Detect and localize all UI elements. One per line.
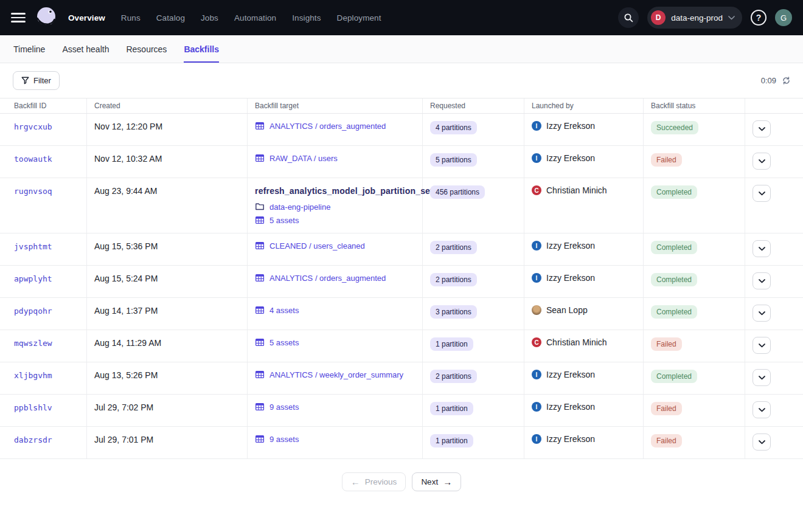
backfill-id-link[interactable]: apwplyht [14,274,52,283]
backfill-id-link[interactable]: jvsphtmt [14,242,52,251]
nav-item-insights[interactable]: Insights [292,13,321,22]
table-icon [255,153,265,163]
help-icon[interactable]: ? [751,10,766,26]
launched-by: IIzzy Erekson [532,273,638,283]
table-icon [255,215,265,225]
user-letter-avatar: I [532,273,541,283]
table-row: toowautkNov 12, 10:32 AM RAW_DATA / user… [0,146,803,178]
folder-icon [255,202,265,212]
row-menu-button[interactable] [753,369,771,386]
dagster-logo[interactable] [34,5,58,30]
table-icon [255,121,265,131]
tab-backfills[interactable]: Backfills [184,35,219,63]
requested-partitions-badge: 2 partitions [430,273,477,286]
requested-partitions-badge: 456 partitions [430,185,485,199]
deployment-name: data-eng-prod [671,13,723,22]
target-link[interactable]: 9 assets [269,402,299,412]
previous-page-button[interactable]: ← Previous [342,472,406,491]
job-title-link[interactable]: refresh_analytics_model_job_partition_se… [255,186,433,196]
row-menu-button[interactable] [753,120,771,137]
created-timestamp: Aug 15, 5:36 PM [94,241,158,251]
backfill-id-link[interactable]: hrgvcxub [14,122,52,131]
launched-by: IIzzy Erekson [532,402,638,412]
hamburger-menu-icon[interactable] [11,13,26,22]
chevron-down-icon [759,408,765,412]
target-link[interactable]: 9 assets [269,435,299,444]
launched-by-name: Izzy Erekson [546,402,595,412]
launched-by-name: Izzy Erekson [546,121,595,131]
user-avatar[interactable]: G [775,9,792,26]
nav-item-deployment[interactable]: Deployment [337,13,381,22]
backfill-target-line: RAW_DATA / users [255,153,417,163]
column-header-requested: Requested [423,98,524,113]
table-icon [255,305,265,315]
pagination: ← Previous Next → [0,472,803,491]
created-timestamp: Nov 12, 10:32 AM [94,154,162,164]
backfill-id-link[interactable]: toowautk [14,154,52,164]
table-body: hrgvcxubNov 12, 12:20 PM ANALYTICS / ord… [0,114,803,459]
nav-item-overview[interactable]: Overview [68,13,105,22]
backfill-id-link[interactable]: pdypqohr [14,306,52,316]
backfill-status-badge: Completed [651,305,697,319]
toolbar: Filter 0:09 [0,63,803,98]
created-timestamp: Aug 14, 1:37 PM [94,306,158,316]
created-timestamp: Nov 12, 12:20 PM [94,122,162,131]
backfill-target-line: 9 assets [255,402,417,412]
deployment-switcher[interactable]: D data-eng-prod [647,7,742,29]
target-link[interactable]: CLEANED / users_cleaned [269,241,365,250]
target-link[interactable]: 4 assets [269,306,299,315]
target-link[interactable]: ANALYTICS / weekly_order_summary [269,370,403,379]
target-link[interactable]: RAW_DATA / users [269,154,338,163]
launched-by: IIzzy Erekson [532,370,638,379]
backfill-id-link[interactable]: rugnvsoq [14,187,52,196]
launched-by: CChristian Minich [532,337,638,347]
nav-item-runs[interactable]: Runs [121,13,141,22]
backfill-target-line: 5 assets [255,215,417,225]
chevron-down-icon [759,127,765,131]
row-menu-button[interactable] [753,153,771,170]
row-menu-button[interactable] [753,401,771,418]
created-timestamp: Aug 23, 9:44 AM [94,186,158,196]
tab-asset-health[interactable]: Asset health [62,35,109,63]
row-menu-button[interactable] [753,337,771,354]
target-link[interactable]: data-eng-pipeline [269,202,330,212]
next-page-button[interactable]: Next → [412,472,461,491]
row-menu-button[interactable] [753,185,771,202]
backfill-target-line: 9 assets [255,434,417,444]
backfill-id-link[interactable]: mqwszlew [14,339,52,348]
column-header-backfill-status: Backfill status [644,98,745,113]
launched-by: Sean Lopp [532,305,638,315]
refresh-countdown: 0:09 [761,76,776,85]
filter-button-label: Filter [33,76,51,85]
backfill-id-link[interactable]: xljbgvhm [14,371,52,380]
nav-item-automation[interactable]: Automation [234,13,276,22]
requested-partitions-badge: 5 partitions [430,153,477,167]
nav-item-catalog[interactable]: Catalog [156,13,185,22]
refresh-icon[interactable] [782,76,791,85]
table-icon [255,434,265,444]
column-header-menu [745,98,803,113]
launched-by: IIzzy Erekson [532,121,638,131]
row-menu-button[interactable] [753,434,771,451]
row-menu-button[interactable] [753,240,771,257]
target-link[interactable]: ANALYTICS / orders_augmented [269,274,386,283]
backfill-id-link[interactable]: ppblshlv [14,403,52,412]
row-menu-button[interactable] [753,272,771,289]
row-menu-button[interactable] [753,305,771,322]
tab-resources[interactable]: Resources [126,35,167,63]
backfill-id-link[interactable]: dabzrsdr [14,435,52,444]
backfills-table: Backfill IDCreatedBackfill targetRequest… [0,98,803,459]
tab-timeline[interactable]: Timeline [13,35,45,63]
launched-by: IIzzy Erekson [532,434,638,444]
backfill-status-badge: Failed [651,337,682,351]
launched-by: IIzzy Erekson [532,241,638,250]
target-link[interactable]: 5 assets [269,338,299,347]
search-icon[interactable] [618,7,639,28]
table-icon [255,370,265,379]
nav-item-jobs[interactable]: Jobs [201,13,218,22]
target-link[interactable]: ANALYTICS / orders_augmented [269,122,386,131]
target-link[interactable]: 5 assets [269,216,299,225]
column-header-backfill-id: Backfill ID [0,98,87,113]
filter-button[interactable]: Filter [13,71,60,90]
backfill-status-badge: Completed [651,370,697,383]
